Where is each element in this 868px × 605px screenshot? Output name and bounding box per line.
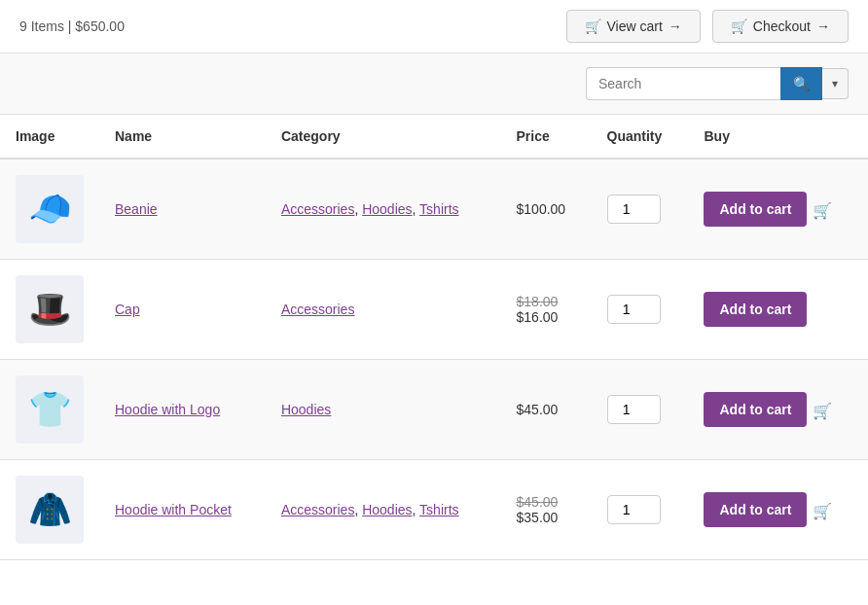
product-price-cell: $100.00 (501, 159, 592, 260)
add-to-cart-button[interactable]: Add to cart (704, 192, 807, 227)
table-row: 👕Hoodie with LogoHoodies$45.00Add to car… (0, 360, 868, 460)
table-header-row: Image Name Category Price Quantity Buy (0, 115, 868, 159)
search-input[interactable] (586, 67, 780, 100)
price-original: $18.00 (517, 294, 576, 309)
product-image: 🧢 (16, 175, 84, 243)
price-current: $35.00 (517, 510, 576, 525)
col-category: Category (266, 115, 501, 159)
table-row: 🎩CapAccessories$18.00$16.00Add to cart (0, 260, 868, 360)
cart-icon-after: 🛒 (813, 502, 832, 520)
col-image: Image (0, 115, 99, 159)
quantity-input[interactable] (607, 195, 661, 224)
checkout-label: Checkout (753, 18, 811, 34)
product-table: Image Name Category Price Quantity Buy 🧢… (0, 115, 868, 560)
product-name-cell: Hoodie with Logo (99, 360, 266, 460)
product-category-cell: Hoodies (266, 360, 501, 460)
quantity-input[interactable] (607, 495, 661, 524)
product-image-cell: 🧢 (0, 159, 99, 260)
col-name: Name (99, 115, 266, 159)
product-image: 🎩 (16, 275, 84, 343)
search-icon: 🔍 (793, 76, 810, 91)
product-buy-cell: Add to cart (688, 260, 868, 360)
product-price-cell: $45.00$35.00 (501, 460, 592, 560)
product-category-cell: Accessories, Hoodies, Tshirts (266, 460, 501, 560)
checkout-button[interactable]: 🛒 Checkout → (712, 10, 849, 43)
category-link[interactable]: Tshirts (419, 201, 458, 217)
product-category-cell: Accessories (266, 260, 501, 360)
category-link[interactable]: Hoodies (362, 201, 412, 217)
price-current: $16.00 (517, 309, 576, 325)
add-to-cart-button[interactable]: Add to cart (704, 292, 807, 327)
search-button[interactable]: 🔍 (780, 67, 822, 100)
col-quantity: Quantity (592, 115, 689, 159)
add-to-cart-button[interactable]: Add to cart (704, 392, 807, 427)
product-name-link[interactable]: Beanie (115, 201, 158, 217)
table-row: 🧥Hoodie with PocketAccessories, Hoodies,… (0, 460, 868, 560)
table-row: 🧢BeanieAccessories, Hoodies, Tshirts$100… (0, 159, 868, 260)
product-name-cell: Hoodie with Pocket (99, 460, 266, 560)
product-quantity-cell (592, 460, 689, 560)
product-name-cell: Cap (99, 260, 266, 360)
items-count: 9 Items | $650.00 (19, 18, 125, 34)
checkout-arrow: → (816, 18, 830, 34)
product-image-cell: 🎩 (0, 260, 99, 360)
view-cart-label: View cart (607, 18, 663, 34)
product-name-link[interactable]: Hoodie with Pocket (115, 502, 232, 517)
col-buy: Buy (688, 115, 868, 159)
product-buy-cell: Add to cart🛒 (688, 360, 868, 460)
product-name-link[interactable]: Cap (115, 302, 140, 317)
price-current: $100.00 (517, 201, 576, 217)
product-image-cell: 🧥 (0, 460, 99, 560)
product-name-cell: Beanie (99, 159, 266, 260)
product-buy-cell: Add to cart🛒 (688, 159, 868, 260)
product-quantity-cell (592, 260, 689, 360)
category-link[interactable]: Hoodies (362, 502, 412, 517)
checkout-icon: 🛒 (731, 18, 747, 34)
add-to-cart-button[interactable]: Add to cart (704, 492, 807, 527)
category-link[interactable]: Hoodies (281, 402, 331, 417)
product-image-cell: 👕 (0, 360, 99, 460)
view-cart-button[interactable]: 🛒 View cart → (566, 10, 701, 43)
quantity-input[interactable] (607, 295, 661, 324)
col-price: Price (501, 115, 592, 159)
product-price-cell: $18.00$16.00 (501, 260, 592, 360)
view-cart-arrow: → (669, 18, 682, 34)
product-category-cell: Accessories, Hoodies, Tshirts (266, 159, 501, 260)
category-link[interactable]: Accessories (281, 502, 354, 517)
product-image: 🧥 (16, 476, 84, 544)
header-bar: 9 Items | $650.00 🛒 View cart → 🛒 Checko… (0, 0, 868, 53)
price-current: $45.00 (517, 402, 576, 417)
search-dropdown-button[interactable]: ▾ (822, 68, 849, 99)
chevron-down-icon: ▾ (832, 77, 838, 90)
product-quantity-cell (592, 159, 689, 260)
product-quantity-cell (592, 360, 689, 460)
cart-icon: 🛒 (585, 18, 601, 34)
product-image: 👕 (16, 375, 84, 444)
product-price-cell: $45.00 (501, 360, 592, 460)
product-name-link[interactable]: Hoodie with Logo (115, 402, 220, 417)
cart-icon-after: 🛒 (813, 402, 832, 420)
cart-icon-after: 🛒 (813, 201, 832, 220)
search-bar: 🔍 ▾ (0, 53, 868, 115)
category-link[interactable]: Tshirts (419, 502, 458, 517)
category-link[interactable]: Accessories (281, 201, 354, 217)
quantity-input[interactable] (607, 395, 661, 424)
category-link[interactable]: Accessories (281, 302, 354, 317)
price-original: $45.00 (517, 494, 576, 510)
product-buy-cell: Add to cart🛒 (688, 460, 868, 560)
